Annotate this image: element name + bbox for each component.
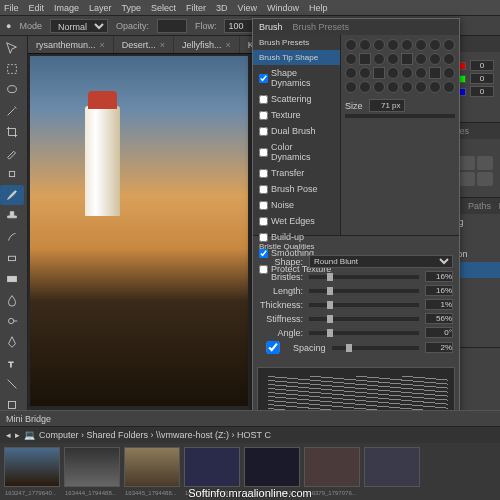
brush-tip[interactable] [373,67,385,79]
brush-tip[interactable] [373,53,385,65]
brush-tip[interactable] [387,81,399,93]
brush-tip[interactable] [415,53,427,65]
path-tool[interactable] [0,374,24,394]
brush-tip[interactable] [429,53,441,65]
tab-paths[interactable]: Paths [468,201,491,211]
opacity-input[interactable] [157,19,187,33]
breadcrumb[interactable]: Computer › Shared Folders › \\vmware-hos… [39,430,271,440]
opt-noise[interactable]: Noise [253,197,340,213]
tab-0[interactable]: rysanthemun...× [28,36,113,53]
stiffness-slider[interactable] [309,317,419,321]
brush-tip[interactable] [401,81,413,93]
spacing-input[interactable] [425,342,453,353]
brush-tip[interactable] [387,67,399,79]
menu-image[interactable]: Image [54,3,79,13]
wand-tool[interactable] [0,101,24,121]
shape-select[interactable]: Round Blunt [309,255,453,268]
computer-icon[interactable]: 💻 [24,430,35,440]
g-input[interactable] [470,73,494,84]
thumbnail[interactable] [304,447,360,487]
thumbnail[interactable] [364,447,420,487]
brush-presets-link[interactable]: Brush Presets [253,35,340,50]
brush-tool[interactable] [0,185,24,205]
menu-select[interactable]: Select [151,3,176,13]
brush-tip[interactable] [345,67,357,79]
lasso-tool[interactable] [0,80,24,100]
brush-tip[interactable] [443,81,455,93]
opt-wet-edges[interactable]: Wet Edges [253,213,340,229]
brush-preset-icon[interactable]: ● [6,21,11,31]
flow-input[interactable] [224,19,254,33]
stamp-tool[interactable] [0,206,24,226]
menu-window[interactable]: Window [267,3,299,13]
brush-tip[interactable] [415,39,427,51]
vibrance-icon[interactable] [459,156,475,170]
menu-file[interactable]: File [4,3,19,13]
menu-layer[interactable]: Layer [89,3,112,13]
brush-tip[interactable] [359,67,371,79]
brush-tip[interactable] [345,39,357,51]
thickness-input[interactable] [425,299,453,310]
forward-icon[interactable]: ▸ [15,430,20,440]
brush-tip[interactable] [429,67,441,79]
opt-scattering[interactable]: Scattering [253,91,340,107]
blur-tool[interactable] [0,290,24,310]
brush-tip[interactable] [373,81,385,93]
b-input[interactable] [470,86,494,97]
brush-tip[interactable] [345,53,357,65]
brush-tip[interactable] [387,39,399,51]
brush-tip[interactable] [429,39,441,51]
bristles-slider[interactable] [309,275,419,279]
size-slider[interactable] [345,114,455,118]
brush-tip[interactable] [373,39,385,51]
length-input[interactable] [425,285,453,296]
posterize-icon[interactable] [477,172,493,186]
brush-tip[interactable] [415,81,427,93]
close-icon[interactable]: × [160,40,165,50]
menu-view[interactable]: View [238,3,257,13]
brush-tip[interactable] [401,39,413,51]
brush-tip[interactable] [429,81,441,93]
thumbnail[interactable] [64,447,120,487]
length-slider[interactable] [309,289,419,293]
type-tool[interactable]: T [0,353,24,373]
document-canvas[interactable] [30,56,248,406]
opt-tip-shape[interactable]: Brush Tip Shape [253,50,340,65]
close-icon[interactable]: × [100,40,105,50]
spacing-checkbox[interactable] [259,341,287,354]
eraser-tool[interactable] [0,248,24,268]
opt-brush-pose[interactable]: Brush Pose [253,181,340,197]
brush-tip[interactable] [443,53,455,65]
dodge-tool[interactable] [0,311,24,331]
brush-tip[interactable] [443,39,455,51]
thickness-slider[interactable] [309,303,419,307]
brush-tip[interactable] [443,67,455,79]
crop-tool[interactable] [0,122,24,142]
tab-2[interactable]: Jellyfish...× [174,36,239,53]
menu-edit[interactable]: Edit [29,3,45,13]
thumbnail[interactable] [184,447,240,487]
tab-brush[interactable]: Brush [259,22,283,32]
mode-select[interactable]: Normal [50,19,108,33]
marquee-tool[interactable] [0,59,24,79]
size-input[interactable] [369,99,405,112]
opt-transfer[interactable]: Transfer [253,165,340,181]
brush-tip[interactable] [401,53,413,65]
brush-tip[interactable] [415,67,427,79]
stiffness-input[interactable] [425,313,453,324]
spacing-slider[interactable] [332,346,419,350]
menu-help[interactable]: Help [309,3,328,13]
gradient-tool[interactable] [0,269,24,289]
opt-shape-dynamics[interactable]: Shape Dynamics [253,65,340,91]
angle-input[interactable] [425,327,453,338]
close-icon[interactable]: × [226,40,231,50]
move-tool[interactable] [0,38,24,58]
menu-type[interactable]: Type [122,3,142,13]
thumbnail[interactable] [244,447,300,487]
brush-tip[interactable] [401,67,413,79]
brush-tip[interactable] [359,39,371,51]
invert-icon[interactable] [459,172,475,186]
healing-tool[interactable] [0,164,24,184]
brush-tip[interactable] [359,53,371,65]
angle-slider[interactable] [309,331,419,335]
